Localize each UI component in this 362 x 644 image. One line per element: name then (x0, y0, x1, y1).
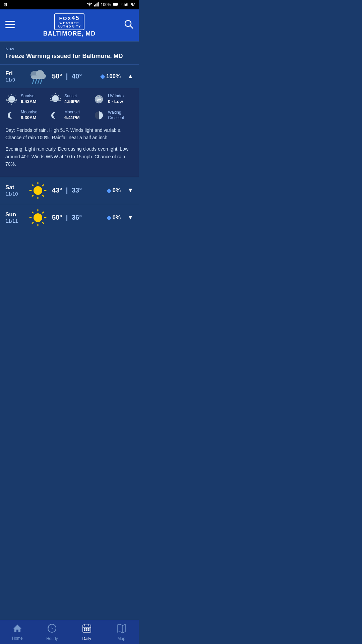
day-detail-fri: Sunrise 6:43AM (0, 88, 139, 177)
precip-fri: ◆ 100% (94, 73, 121, 80)
city-name: BALTIMORE, MD (43, 30, 96, 37)
day-label-sat: Sat 11/10 (5, 184, 24, 197)
fox45-logo: FOX45 WEATHER AUTHORITY (54, 13, 85, 30)
day-card-fri: Fri 11/9 50° | 40° ◆ 10 (0, 64, 139, 177)
svg-point-20 (8, 96, 15, 103)
moon-phase-item: Waxing Crescent (93, 109, 133, 122)
svg-rect-5 (113, 3, 118, 6)
svg-rect-9 (5, 27, 15, 28)
temps-sun: 50° | 36° (52, 214, 90, 221)
day-label-fri: Fri 11/9 (5, 70, 24, 83)
sunset-label: Sunset 4:56PM (64, 94, 80, 104)
alert-text: Freeze Warning issued for Baltimore, MD (5, 53, 133, 60)
moonrise-label: Moonrise 8:30AM (21, 110, 37, 120)
svg-line-11 (130, 26, 133, 29)
svg-point-50 (34, 213, 42, 222)
svg-line-48 (43, 185, 44, 186)
uv-index-item: UV UV Index 0 - Low (93, 93, 133, 106)
status-bar: 🖼 100% 2:56 PM (0, 0, 139, 9)
wifi-icon (87, 2, 92, 8)
expand-icon-sun[interactable]: ▼ (127, 214, 133, 221)
svg-rect-8 (5, 24, 15, 25)
expand-icon-fri[interactable]: ▲ (127, 73, 133, 80)
day-card-sun[interactable]: Sun 11/11 50° | 36° ◆ 0% ▼ (0, 204, 139, 231)
day-label-sun: Sun 11/11 (5, 211, 24, 224)
battery-icon (113, 2, 118, 7)
day-header-fri[interactable]: Fri 11/9 50° | 40° ◆ 10 (0, 65, 139, 88)
svg-rect-3 (97, 3, 98, 6)
svg-line-58 (32, 222, 33, 223)
weather-icon-sat (28, 182, 48, 199)
sunrise-label: Sunrise 6:43AM (21, 94, 36, 104)
svg-text:UV: UV (97, 98, 101, 101)
svg-point-10 (125, 20, 131, 26)
weather-icon-sun (28, 209, 48, 226)
precip-dot-sat: ◆ (107, 187, 111, 194)
svg-line-27 (15, 96, 15, 96)
time: 2:56 PM (120, 2, 135, 7)
alert-label: Now (5, 46, 133, 51)
day-card-sat[interactable]: Sat 11/10 43° | 33° ◆ 0% ▼ (0, 177, 139, 204)
uv-icon: UV (93, 93, 105, 106)
precip-dot-sun: ◆ (107, 214, 111, 221)
moon-phase-icon (93, 109, 105, 122)
svg-line-19 (41, 79, 42, 84)
svg-line-57 (43, 212, 44, 213)
svg-rect-4 (98, 2, 99, 6)
sunset-icon (49, 93, 62, 106)
precip-sat: ◆ 0% (94, 187, 121, 194)
svg-line-46 (32, 185, 33, 186)
svg-line-35 (58, 95, 59, 96)
weather-icon-fri (28, 69, 48, 84)
hamburger-menu[interactable] (5, 21, 15, 30)
svg-rect-6 (118, 4, 118, 5)
svg-line-28 (8, 102, 9, 103)
header-logo-area: FOX45 WEATHER AUTHORITY BALTIMORE, MD (43, 13, 96, 37)
moonset-label: Moonset 6:41PM (64, 110, 80, 120)
temps-sat: 43° | 33° (52, 186, 90, 194)
svg-rect-15 (31, 75, 43, 79)
photo-icon: 🖼 (3, 2, 7, 7)
moonset-icon (49, 109, 62, 122)
svg-rect-2 (95, 4, 96, 6)
sunrise-icon (5, 93, 18, 106)
moonrise-icon (5, 109, 18, 122)
moonset-item: Moonset 6:41PM (49, 109, 90, 122)
alert-banner: Now Freeze Warning issued for Baltimore,… (0, 41, 139, 64)
day-forecast-text: Day: Periods of rain. High 51F. Winds li… (5, 126, 133, 142)
moonrise-item: Moonrise 8:30AM (5, 109, 46, 122)
precip-sun: ◆ 0% (94, 214, 121, 221)
expand-icon-sat[interactable]: ▼ (127, 187, 133, 194)
sunrise-item: Sunrise 6:43AM (5, 93, 46, 106)
svg-line-16 (33, 79, 34, 84)
svg-line-34 (52, 95, 52, 96)
svg-point-30 (52, 95, 59, 102)
sun-moon-grid: Sunrise 6:43AM (5, 93, 133, 122)
svg-point-41 (34, 186, 42, 195)
moon-phase-label: Waxing Crescent (108, 110, 133, 120)
svg-point-0 (89, 5, 90, 6)
signal-bars (94, 2, 99, 8)
svg-line-26 (15, 102, 15, 103)
uv-label: UV Index 0 - Low (108, 94, 124, 104)
svg-rect-1 (94, 5, 95, 6)
sunset-item: Sunset 4:56PM (49, 93, 90, 106)
app-header: FOX45 WEATHER AUTHORITY BALTIMORE, MD (0, 9, 139, 41)
svg-line-25 (8, 96, 9, 96)
svg-line-18 (38, 79, 39, 84)
svg-line-47 (43, 195, 44, 196)
night-forecast-text: Evening: Light rain early. Decreasing cl… (5, 145, 133, 168)
precip-dot-fri: ◆ (100, 73, 105, 80)
svg-rect-7 (5, 21, 15, 22)
search-button[interactable] (124, 19, 133, 31)
battery-percent: 100% (101, 2, 111, 7)
svg-line-49 (32, 195, 33, 196)
svg-line-55 (32, 212, 33, 213)
svg-line-56 (43, 222, 44, 223)
svg-line-17 (35, 79, 37, 84)
temps-fri: 50° | 40° (52, 72, 90, 80)
